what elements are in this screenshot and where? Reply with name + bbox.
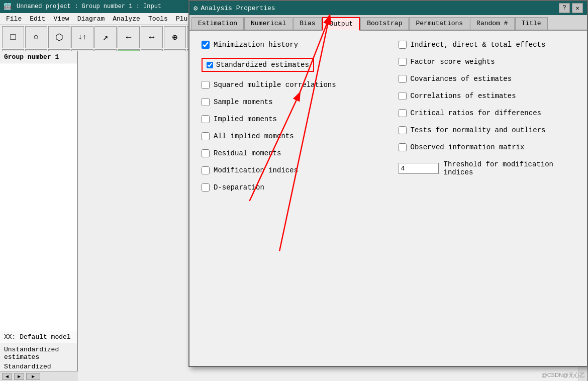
d-separation-row: D-separation — [202, 183, 378, 192]
critical-ratios-label: Critical ratios for differences — [411, 109, 541, 117]
observed-info-checkbox[interactable] — [399, 143, 407, 151]
app-title: Unnamed project : Group number 1 : Input — [17, 3, 161, 10]
menu-view[interactable]: View — [49, 14, 73, 24]
threshold-row: Threshold for modification indices — [399, 160, 575, 176]
standardized-estimates-checkbox[interactable] — [207, 62, 213, 68]
observed-info-label: Observed information matrix — [411, 143, 525, 151]
left-checkboxes: Minimization history Standardized estima… — [202, 41, 378, 201]
dialog-title: Analysis Properties — [201, 5, 275, 12]
squared-multiple-row: Squared multiple correlations — [202, 81, 378, 89]
tab-permutations[interactable]: Permutations — [409, 17, 469, 30]
correlations-checkbox[interactable] — [399, 92, 407, 100]
indirect-effects-label: Indirect, direct & total effects — [411, 41, 546, 49]
threshold-label: Threshold for modification indices — [444, 160, 575, 176]
left-arrow-tool[interactable]: ← — [118, 26, 140, 48]
double-arrow-tool[interactable]: ↔ — [141, 26, 163, 48]
residual-moments-checkbox[interactable] — [202, 149, 210, 157]
diagram-area — [0, 63, 77, 331]
all-implied-moments-row: All implied moments — [202, 132, 378, 140]
dialog-close[interactable]: ✕ — [572, 3, 583, 13]
minimization-history-label: Minimization history — [214, 41, 298, 49]
analysis-properties-dialog: ⚙ Analysis Properties ? ✕ Estimation Num… — [188, 0, 588, 367]
circle-plus-tool[interactable]: ⊕ — [164, 26, 186, 48]
tab-output[interactable]: Output — [322, 17, 360, 31]
indicator-down-tool[interactable]: ↓↑ — [71, 26, 93, 48]
all-implied-moments-label: All implied moments — [214, 132, 294, 140]
network-path-tool[interactable]: ⬡ — [48, 26, 70, 48]
standardized-estimates-highlight: Standardized estimates — [202, 58, 314, 72]
covariances-checkbox[interactable] — [399, 75, 407, 83]
standardized-estimates-row: Standardized estimates — [202, 58, 378, 72]
indirect-effects-checkbox[interactable] — [399, 41, 407, 49]
squared-multiple-checkbox[interactable] — [202, 81, 210, 89]
dialog-icon: ⚙ — [193, 4, 198, 13]
critical-ratios-row: Critical ratios for differences — [399, 109, 575, 117]
correlations-label: Correlations of estimates — [411, 92, 516, 100]
oval-tool[interactable]: ○ — [25, 26, 47, 48]
critical-ratios-checkbox[interactable] — [399, 109, 407, 117]
app-window: 🤖 Unnamed project : Group number 1 : Inp… — [0, 0, 588, 381]
menu-analyze[interactable]: Analyze — [109, 14, 144, 24]
nav-left[interactable]: ◀ — [2, 373, 12, 380]
correlations-row: Correlations of estimates — [399, 92, 575, 100]
nav-right[interactable]: ▶ — [14, 373, 24, 380]
implied-moments-checkbox[interactable] — [202, 115, 210, 123]
modification-indices-label: Modification indices — [214, 166, 298, 174]
normality-outliers-row: Tests for normality and outliers — [399, 126, 575, 134]
model-label: XX: Default model — [0, 331, 77, 343]
covariances-row: Covariances of estimates — [399, 75, 575, 83]
bottom-nav: ◀ ▶ ▶ — [0, 371, 78, 381]
output-options-grid: Minimization history Standardized estima… — [202, 41, 575, 201]
right-checkboxes: Indirect, direct & total effects Factor … — [399, 41, 575, 201]
modification-indices-checkbox[interactable] — [202, 166, 210, 174]
factor-score-row: Factor score weights — [399, 58, 575, 66]
tab-bootstrap[interactable]: Bootstrap — [360, 17, 409, 30]
menu-diagram[interactable]: Diagram — [73, 14, 109, 24]
tab-random[interactable]: Random # — [470, 17, 514, 30]
d-separation-checkbox[interactable] — [202, 183, 210, 192]
tab-numerical[interactable]: Numerical — [244, 17, 292, 30]
all-implied-moments-checkbox[interactable] — [202, 132, 210, 140]
residual-moments-label: Residual moments — [214, 149, 281, 157]
indirect-effects-row: Indirect, direct & total effects — [399, 41, 575, 49]
indicator-diag-tool[interactable]: ↗ — [94, 26, 117, 48]
minimization-history-checkbox[interactable] — [202, 41, 210, 49]
threshold-input[interactable] — [399, 163, 439, 174]
factor-score-label: Factor score weights — [411, 58, 495, 66]
rectangle-tool[interactable]: □ — [2, 26, 24, 48]
nav-right2[interactable]: ▶ — [26, 373, 40, 380]
normality-outliers-label: Tests for normality and outliers — [411, 126, 546, 134]
menu-edit[interactable]: Edit — [26, 14, 49, 24]
dialog-help[interactable]: ? — [559, 3, 570, 13]
implied-moments-row: Implied moments — [202, 115, 378, 123]
dialog-controls: ? ✕ — [559, 3, 583, 13]
menu-file[interactable]: File — [2, 14, 26, 24]
left-panel: Group number 1 XX: Default model Unstand… — [0, 51, 78, 381]
standardized-estimates-label: Standardized estimates — [216, 61, 309, 69]
normality-outliers-checkbox[interactable] — [399, 126, 407, 134]
app-icon: 🤖 — [4, 3, 11, 10]
tab-bias[interactable]: Bias — [293, 17, 322, 30]
squared-multiple-label: Squared multiple correlations — [214, 81, 336, 89]
group-header: Group number 1 — [0, 51, 77, 63]
modification-indices-row: Modification indices — [202, 166, 378, 174]
dialog-content: Minimization history Standardized estima… — [189, 31, 587, 366]
d-separation-label: D-separation — [214, 183, 264, 192]
tab-title[interactable]: Title — [515, 17, 548, 30]
sample-moments-checkbox[interactable] — [202, 98, 210, 106]
menu-tools[interactable]: Tools — [144, 14, 172, 24]
implied-moments-label: Implied moments — [214, 115, 277, 123]
minimization-history-row: Minimization history — [202, 41, 378, 49]
dialog-tabs: Estimation Numerical Bias Output Bootstr… — [189, 15, 587, 31]
unstandardized-estimates[interactable]: Unstandardized estimates — [4, 345, 73, 362]
dialog-title-left: ⚙ Analysis Properties — [193, 4, 275, 13]
factor-score-checkbox[interactable] — [399, 58, 407, 66]
covariances-label: Covariances of estimates — [411, 75, 512, 83]
residual-moments-row: Residual moments — [202, 149, 378, 157]
dialog-title-bar: ⚙ Analysis Properties ? ✕ — [189, 1, 587, 15]
tab-estimation[interactable]: Estimation — [191, 17, 244, 30]
observed-info-row: Observed information matrix — [399, 143, 575, 151]
sample-moments-label: Sample moments — [214, 98, 273, 106]
sample-moments-row: Sample moments — [202, 98, 378, 106]
watermark: @CSDN@无心乙 — [541, 371, 585, 379]
